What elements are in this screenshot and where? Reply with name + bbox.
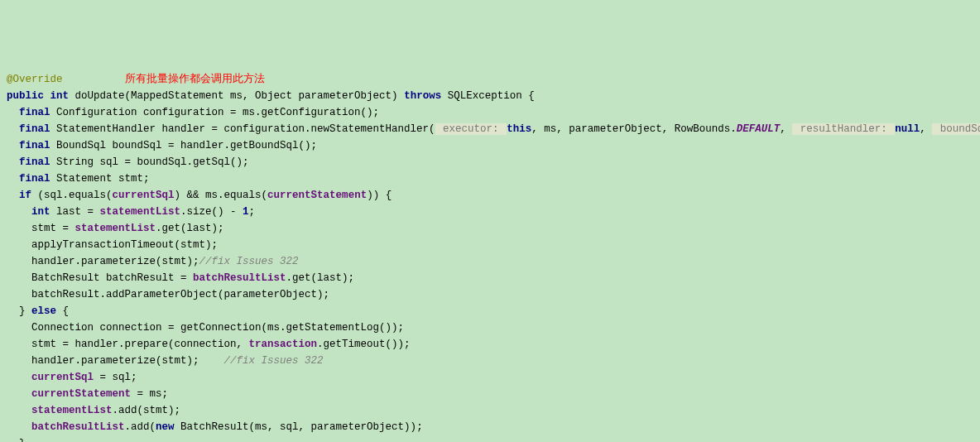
kw: final [19,107,50,118]
kw: final [19,173,50,185]
text: handler.parameterize(stmt); [7,355,224,367]
text: StatementHandler handler = configuration… [50,123,435,135]
text: { [56,305,69,317]
text: .add( [125,421,156,433]
kw: final [19,156,50,168]
text: } [7,305,31,317]
field: currentStatement [267,190,367,201]
kw: else [31,305,56,317]
text: = ms; [131,388,168,400]
field: currentSql [31,372,94,383]
text: SQLException { [441,90,535,102]
field: statementList [75,223,156,234]
kw: final [19,140,50,151]
text: .size() - [180,206,243,218]
text: .getTimeout()); [317,339,411,350]
param-hint: resultHandler: [792,123,895,135]
text: BoundSql boundSql = handler.getBoundSql(… [50,140,318,151]
field: currentSql [113,190,175,201]
kw: final [19,123,50,135]
text: (sql.equals( [31,190,113,201]
field: batchResultList [193,272,286,284]
text: BatchResult(ms, sql, parameterObject)); [175,421,423,433]
comment: //fix Issues 322 [224,355,324,367]
code-block: @Override 所有批量操作都会调用此方法 public int doUpd… [7,70,973,442]
text: Statement stmt; [50,173,150,185]
field: currentStatement [31,388,131,400]
text: , [920,123,932,135]
text: .add(stmt); [113,405,181,416]
kw: int [50,90,70,102]
kw: throws [404,90,441,102]
text: BatchResult batchResult = [7,272,193,284]
kw: public [7,90,44,102]
kw: new [156,421,175,433]
field: batchResultList [31,421,125,433]
text: ; [249,206,256,218]
annotation: @Override [7,74,63,85]
kw: if [19,190,31,201]
text: batchResult.addParameterObject(parameter… [7,289,329,300]
field: transaction [249,339,318,350]
field: statementList [100,206,181,218]
comment: //fix Issues 322 [199,256,299,267]
constant: DEFAULT [737,123,781,135]
param-hint: executor: [435,123,507,135]
field: statementList [31,405,113,416]
text: .get(last); [156,223,224,234]
text: Connection connection = getConnection(ms… [7,322,404,334]
text: doUpdate(MappedStatement ms, Object para… [69,90,404,102]
text: applyTransactionTimeout(stmt); [7,239,218,251]
text: .get(last); [286,272,355,284]
kw: null [895,123,920,135]
text: handler.parameterize(stmt); [7,256,199,267]
text: stmt = [7,223,75,234]
text: last = [50,206,100,218]
comment-red-top: 所有批量操作都会调用此方法 [125,72,265,84]
param-hint: boundSql: [932,123,980,135]
kw: int [31,206,50,218]
text: ) && ms.equals( [175,190,268,201]
text: , ms, parameterObject, RowBounds. [531,123,737,135]
text: )) { [367,190,392,201]
text: , [780,123,792,135]
text: stmt = handler.prepare(connection, [7,339,249,350]
text: = sql; [94,372,137,383]
text: } [7,438,26,442]
text: String sql = boundSql.getSql(); [50,156,249,168]
kw: 1 [243,206,249,218]
text: Configuration configuration = ms.getConf… [50,107,380,118]
kw: this [507,123,531,135]
